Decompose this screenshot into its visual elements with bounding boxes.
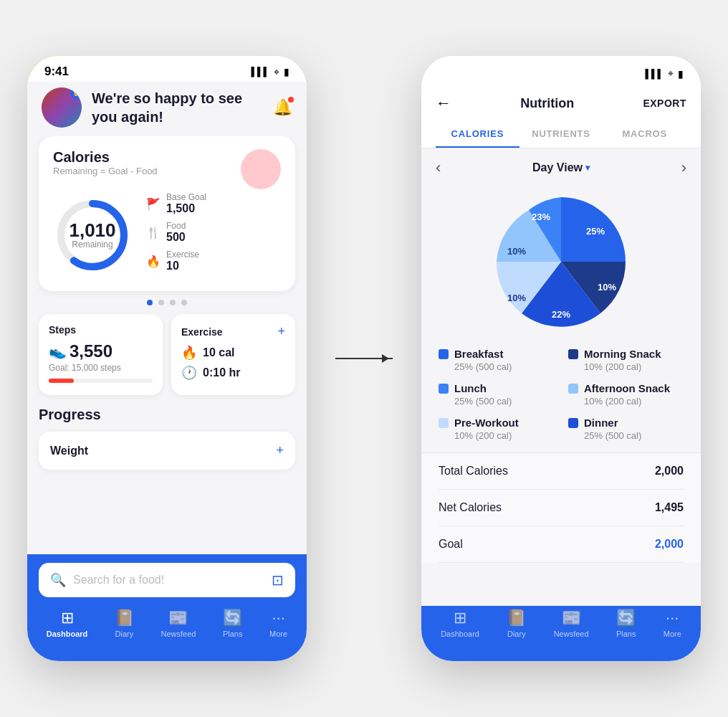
nutrition-more-icon: ··· bbox=[666, 609, 679, 627]
add-weight-button[interactable]: + bbox=[276, 443, 284, 458]
legend-morning-snack-header: Morning Snack bbox=[568, 348, 684, 360]
right-status-bar: ▌▌▌ ⌖ ▮ bbox=[421, 56, 701, 82]
wifi-icon: ⌖ bbox=[274, 66, 279, 78]
dot-3 bbox=[170, 300, 176, 305]
pink-circle bbox=[241, 149, 281, 189]
phone-content: 👑 We're so happy to see you again! 🔔 Cal… bbox=[27, 82, 307, 554]
nav-more-label: More bbox=[269, 630, 287, 638]
crown-icon: 👑 bbox=[70, 87, 82, 99]
steps-goal: Goal: 15,000 steps bbox=[49, 363, 153, 373]
exercise-info: Exercise 10 bbox=[166, 250, 199, 272]
back-button[interactable]: ← bbox=[436, 94, 451, 113]
lunch-color bbox=[439, 384, 449, 394]
nav-more[interactable]: ··· More bbox=[264, 606, 293, 641]
base-goal-label: Base Goal bbox=[166, 192, 206, 202]
steps-card-header: Steps bbox=[49, 324, 153, 336]
nutrition-nav-more-label: More bbox=[664, 630, 681, 638]
goal-label: Goal bbox=[439, 538, 463, 551]
morning-snack-name: Morning Snack bbox=[584, 348, 661, 360]
day-view-chevron: ▾ bbox=[585, 163, 590, 173]
calories-body: 1,010 Remaining 🚩 Base Goal 1,500 🍴 bbox=[53, 192, 281, 278]
nutrition-nav-newsfeed[interactable]: 📰 Newsfeed bbox=[548, 606, 595, 641]
nutrition-nav-dashboard-label: Dashboard bbox=[441, 630, 479, 638]
add-exercise-button[interactable]: + bbox=[277, 324, 285, 339]
legend-morning-snack: Morning Snack 10% (200 cal) bbox=[568, 348, 684, 372]
prev-day-button[interactable]: ‹ bbox=[436, 158, 441, 177]
calories-card: Calories Remaining = Goal - Food 1,010 R… bbox=[39, 136, 295, 291]
net-calories-value: 1,495 bbox=[655, 501, 684, 514]
steps-value: 3,550 bbox=[70, 341, 112, 361]
calories-subtitle: Remaining = Goal - Food bbox=[53, 166, 158, 176]
svg-text:25%: 25% bbox=[586, 226, 605, 237]
right-status-icons: ▌▌▌ ⌖ ▮ bbox=[645, 67, 684, 80]
nutrition-top-row: ← Nutrition EXPORT bbox=[436, 94, 686, 113]
nutrition-nav-more[interactable]: ··· More bbox=[658, 606, 687, 641]
tab-nutrients[interactable]: NUTRIENTS bbox=[519, 121, 603, 148]
tab-macros[interactable]: MACROS bbox=[603, 121, 686, 148]
breakfast-name: Breakfast bbox=[454, 348, 503, 360]
legend-grid: Breakfast 25% (500 cal) Morning Snack 10… bbox=[421, 348, 701, 452]
svg-text:22%: 22% bbox=[552, 309, 570, 320]
search-bar[interactable]: 🔍 Search for a food! ⊡ bbox=[39, 563, 295, 597]
nutrition-diary-icon: 📔 bbox=[507, 609, 526, 627]
flag-icon: 🚩 bbox=[146, 197, 161, 211]
status-bar: 9:41 ▌▌▌ ⌖ ▮ bbox=[27, 56, 307, 82]
morning-snack-color bbox=[568, 349, 578, 359]
nutrition-nav-plans-label: Plans bbox=[616, 630, 636, 638]
bell-button[interactable]: 🔔 bbox=[273, 98, 292, 117]
calories-ring: 1,010 Remaining bbox=[53, 196, 132, 275]
page-dots bbox=[27, 300, 307, 305]
more-icon: ··· bbox=[272, 609, 284, 627]
exercise-card-header: Exercise + bbox=[181, 324, 285, 339]
total-calories-row: Total Calories 2,000 bbox=[439, 453, 684, 490]
legend-afternoon-snack-header: Afternoon Snack bbox=[568, 382, 684, 394]
nutrition-plans-icon: 🔄 bbox=[616, 609, 636, 627]
newsfeed-icon: 📰 bbox=[168, 609, 188, 627]
arrow-line bbox=[335, 358, 393, 359]
nutrition-bottom-nav: ⊞ Dashboard 📔 Diary 📰 Newsfeed 🔄 Plans ·… bbox=[421, 606, 701, 661]
nutrition-nav-dashboard[interactable]: ⊞ Dashboard bbox=[435, 606, 485, 641]
dot-4 bbox=[181, 300, 187, 305]
nutrition-nav-diary[interactable]: 📔 Diary bbox=[501, 606, 532, 641]
net-calories-row: Net Calories 1,495 bbox=[439, 490, 684, 526]
search-placeholder-text: Search for a food! bbox=[73, 574, 264, 587]
fire-exercise-icon: 🔥 bbox=[181, 345, 197, 361]
nav-plans[interactable]: 🔄 Plans bbox=[217, 606, 249, 641]
day-view-row: ‹ Day View ▾ › bbox=[421, 148, 701, 183]
food-row: 🍴 Food 500 bbox=[146, 221, 281, 244]
exercise-value: 10 bbox=[166, 260, 199, 272]
nav-bar: ⊞ Dashboard 📔 Diary 📰 Newsfeed 🔄 Plans ·… bbox=[27, 606, 307, 641]
nutrition-title: Nutrition bbox=[520, 96, 574, 111]
day-view-label[interactable]: Day View ▾ bbox=[532, 161, 590, 174]
nav-dashboard[interactable]: ⊞ Dashboard bbox=[41, 606, 93, 641]
next-day-button[interactable]: › bbox=[681, 158, 686, 177]
nutrition-nav-bar: ⊞ Dashboard 📔 Diary 📰 Newsfeed 🔄 Plans ·… bbox=[421, 606, 701, 641]
search-icon: 🔍 bbox=[50, 572, 66, 588]
nav-diary[interactable]: 📔 Diary bbox=[109, 606, 140, 641]
app-header: 👑 We're so happy to see you again! 🔔 bbox=[27, 82, 307, 136]
steps-icon: 👟 bbox=[49, 343, 67, 360]
steps-card: Steps 👟 3,550 Goal: 15,000 steps bbox=[39, 314, 163, 395]
export-button[interactable]: EXPORT bbox=[643, 98, 686, 109]
calories-stats: 🚩 Base Goal 1,500 🍴 Food 500 bbox=[146, 192, 281, 278]
nav-newsfeed[interactable]: 📰 Newsfeed bbox=[155, 606, 201, 641]
exercise-card: Exercise + 🔥 10 cal 🕐 0:10 hr bbox=[171, 314, 295, 395]
nutrition-header: ← Nutrition EXPORT CALORIES NUTRIENTS MA… bbox=[421, 82, 701, 148]
afternoon-snack-color bbox=[568, 384, 578, 394]
nutrition-nav-plans[interactable]: 🔄 Plans bbox=[610, 606, 642, 641]
nav-dashboard-label: Dashboard bbox=[47, 630, 87, 638]
nutrition-dashboard-icon: ⊞ bbox=[454, 609, 466, 627]
goal-row: Goal 2,000 bbox=[439, 526, 684, 563]
exercise-row: 🔥 Exercise 10 bbox=[146, 250, 281, 272]
legend-lunch-header: Lunch bbox=[439, 382, 554, 394]
svg-text:10%: 10% bbox=[598, 282, 616, 293]
svg-text:23%: 23% bbox=[532, 212, 550, 222]
lunch-name: Lunch bbox=[454, 382, 487, 394]
dinner-name: Dinner bbox=[584, 417, 618, 429]
tab-calories[interactable]: CALORIES bbox=[436, 121, 519, 148]
pre-workout-name: Pre-Workout bbox=[454, 417, 519, 429]
nutrition-tabs: CALORIES NUTRIENTS MACROS bbox=[436, 121, 686, 148]
fire-icon: 🔥 bbox=[146, 255, 161, 268]
exercise-cal-value: 10 cal bbox=[203, 346, 234, 359]
steps-title: Steps bbox=[49, 324, 76, 336]
